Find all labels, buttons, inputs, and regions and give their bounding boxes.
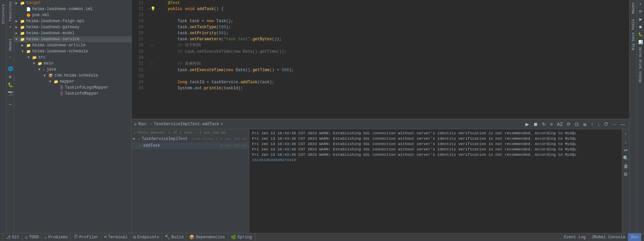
console-scroll-down[interactable]: ↓ [623, 139, 628, 145]
line-content: task.setTaskType(100); [157, 24, 629, 30]
scroll-up-button[interactable]: ↑ [590, 121, 595, 128]
folder-icon: 📁 [20, 19, 25, 23]
debug-icon[interactable]: 🐛 [8, 82, 13, 88]
line-number: 34 [132, 79, 147, 85]
line-number: 25 [132, 24, 147, 30]
console-scroll-up[interactable]: ↑ [623, 131, 628, 137]
status-run[interactable]: Run [628, 233, 641, 241]
more-options-button[interactable]: ··· [611, 121, 618, 128]
run-label: Run: [138, 122, 148, 127]
line-gutter [147, 55, 157, 61]
sort-duration-button[interactable]: ⟳ [565, 121, 572, 128]
jrebel-setup-label[interactable]: JRebel Setup Guide [639, 47, 642, 83]
console-wrap[interactable]: ⇌ [622, 147, 629, 153]
line-number: 32 [132, 67, 147, 73]
code-line-26: 26 task.setPriority(50); [132, 30, 629, 36]
tree-item-mapper[interactable]: 🗄 TaskinfoMapper [14, 91, 131, 97]
code-line-21: 21 @Test [132, 0, 629, 6]
status-profiler[interactable]: ⏱ Profiler [71, 233, 102, 241]
jrebel-setup-top[interactable]: ⚡ [639, 1, 642, 7]
favorites-panel[interactable]: Favorites ★ JRebel ⚡ 🌐 ⚙ 🐛 📷 ⋯ [7, 0, 14, 233]
structure-panel[interactable]: Structure [0, 0, 7, 233]
sort-alpha-button[interactable]: AZ [555, 121, 564, 128]
status-build[interactable]: 🔨 Build [162, 233, 186, 241]
code-line-23: 23 [132, 12, 629, 18]
tree-item-java[interactable]: ▼ ☕ java [14, 66, 131, 73]
rerun-failed-button[interactable]: ↻ [541, 121, 547, 128]
maven-label[interactable]: Maven [631, 0, 635, 16]
status-terminal[interactable]: ≡ Terminal [101, 233, 130, 241]
jrebel-btn4[interactable]: 🐛 [637, 32, 644, 37]
tree-arrow: ▼ [38, 68, 43, 71]
console-filter[interactable]: 🔍 [621, 155, 629, 161]
tree-item-target[interactable]: ▶ 📁 target [14, 0, 131, 6]
status-spring[interactable]: 🌿 Spring [228, 233, 255, 241]
favorites-label[interactable]: Favorites [8, 1, 12, 21]
jrebel-btn2[interactable]: ▶ [638, 16, 643, 22]
folder-icon: 📁 [26, 49, 31, 54]
tree-item-model[interactable]: ▶ 📁 heima-leadnews-model [14, 30, 131, 36]
jrebel-btn5[interactable]: 📊 [637, 39, 644, 45]
tree-item-pom[interactable]: 🔶 pom.xml [14, 12, 131, 18]
status-todo[interactable]: ☑ TODO [23, 233, 42, 241]
tree-arrow: ▶ [15, 31, 20, 35]
test-method-time: 1 sec 662 ms [220, 144, 247, 148]
tree-item-package[interactable]: ▼ 📦 com.heima.schedule [14, 73, 131, 79]
tree-item-feign[interactable]: ▶ 📁 heima-leadnews-feign-api [14, 18, 131, 24]
star-icon[interactable]: ★ [9, 24, 12, 29]
test-class-item[interactable]: ▼ ✓ TaskServiceImplTest (com.heima.s 1 s… [132, 136, 249, 142]
more-icon[interactable]: ⋯ [9, 102, 12, 107]
run-tab[interactable]: ✓ TaskServiceImplTest.addTask [150, 122, 219, 127]
big-data-label[interactable]: Big Data Tools [631, 16, 635, 53]
line-gutter [147, 67, 157, 73]
stop-button[interactable]: ⏹ [532, 121, 539, 128]
code-line-27: 27 task.setParameters("task test".getByt… [132, 36, 629, 42]
line-number: 29 [132, 49, 147, 55]
tree-label: main [44, 61, 53, 66]
tree-arrow: ▼ [49, 80, 54, 84]
settings-icon[interactable]: ⚙ [9, 74, 12, 80]
status-problems[interactable]: ⚠ Problems [42, 233, 71, 241]
timer-button[interactable]: ⏱ [602, 121, 610, 128]
status-endpoints[interactable]: ⊡ Endpoints [131, 233, 162, 241]
test-method-item[interactable]: ✓ addTask 1 sec 662 ms [132, 142, 249, 149]
tree-item-mapper-folder[interactable]: ▼ 📁 mapper [14, 79, 131, 85]
tree-item-iml[interactable]: 📄 heima-leadnews-common.iml [14, 6, 131, 12]
jrebel-left-label[interactable]: JRebel [8, 39, 12, 52]
filter-button[interactable]: ≡ [549, 121, 554, 128]
console-clear[interactable]: 🗑 [622, 163, 630, 170]
tree-item-src[interactable]: ▼ 📂 src [14, 54, 131, 60]
status-event-log[interactable]: Event Log [561, 233, 589, 241]
close-tab-button[interactable]: × [220, 122, 223, 127]
run-body: ✓ Tests passed: 1 of 1 test – 1 sec 662 … [132, 129, 629, 233]
run-panel: ▶ Run: ✓ TaskServiceImplTest.addTask × ▶… [132, 119, 629, 233]
test-class-label: TaskServiceImplTest [142, 137, 188, 141]
rerun-button[interactable]: ▶ [524, 121, 530, 128]
tree-item-article[interactable]: ▶ 📁 heima-leadnews-article [14, 42, 131, 48]
status-jrebel-console[interactable]: JRebel Console [589, 233, 629, 241]
line-number: 35 [132, 85, 147, 91]
build-label: Build [171, 235, 183, 240]
status-dependencies[interactable]: 📦 Dependencies [186, 233, 228, 241]
web-icon[interactable]: 🌐 [8, 66, 13, 71]
tree-item-main[interactable]: ▼ 📁 main [14, 60, 131, 66]
test-method-label: addTask [143, 143, 160, 148]
status-git[interactable]: ⎇ Git [3, 233, 23, 241]
console-settings[interactable]: ⚙ [622, 171, 629, 178]
structure-label[interactable]: Structure [1, 4, 5, 24]
mapper-icon: 🗄 [60, 92, 63, 96]
event-log-label: Event Log [564, 235, 586, 240]
tree-item-service[interactable]: ▼ 📁 heima-leadnews-service [14, 36, 131, 42]
tree-item-gateway[interactable]: ▶ 📁 heima-leadnews-gateway [14, 24, 131, 30]
expand-button[interactable]: ⊡ [573, 121, 580, 128]
jrebel-btn1[interactable]: ⟳ [638, 9, 643, 14]
tree-item-logs-mapper[interactable]: 🗄 TaskinfoLogsMapper [14, 85, 131, 91]
minimize-button[interactable]: — [619, 121, 627, 128]
jrebel-btn3[interactable]: ⏹ [637, 24, 644, 30]
camera-icon[interactable]: 📷 [8, 90, 13, 96]
scroll-down-button[interactable]: ↓ [596, 121, 601, 128]
line-content: long taskId = taskService.addTask(task); [157, 79, 629, 85]
tree-item-schedule[interactable]: ▼ 📁 heima-leadnews-schedule [14, 48, 131, 54]
collapse-button[interactable]: ≣ [582, 121, 588, 128]
jrebel-icon[interactable]: ⚡ [9, 55, 12, 60]
